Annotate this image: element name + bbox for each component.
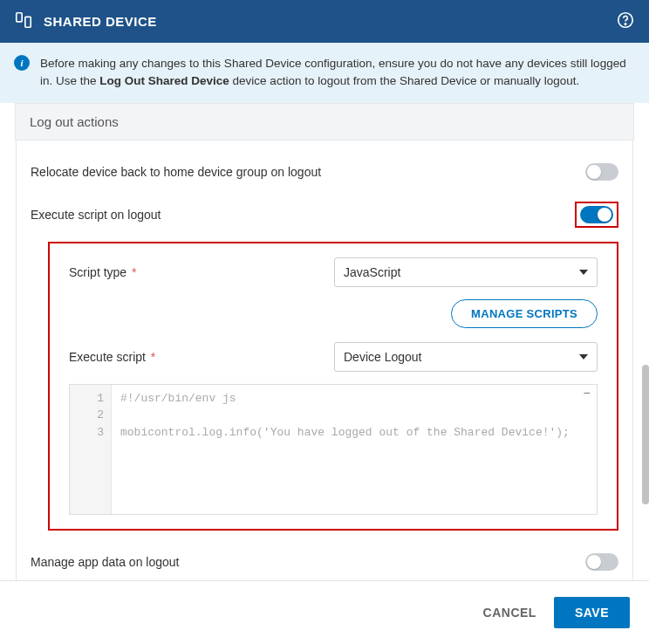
label-manage-app: Manage app data on logout: [31, 555, 179, 569]
script-panel: Script type * JavaScript MANAGE SCRIPTS …: [48, 242, 618, 531]
row-relocate: Relocate device back to home device grou…: [17, 153, 632, 191]
dialog-footer: CANCEL SAVE: [0, 580, 649, 644]
toggle-execute-script[interactable]: [580, 206, 613, 223]
svg-rect-1: [25, 17, 31, 27]
section-title: Log out actions: [15, 103, 634, 140]
code-editor[interactable]: 123 #!/usr/bin/env js mobicontrol.log.in…: [69, 384, 598, 515]
required-marker: *: [128, 265, 136, 279]
select-script-type[interactable]: JavaScript: [334, 257, 598, 287]
select-execute-script-value: Device Logout: [344, 350, 422, 364]
select-execute-script[interactable]: Device Logout: [334, 342, 598, 372]
required-marker: *: [147, 350, 155, 364]
label-execute: Execute script on logout: [31, 208, 161, 222]
help-icon[interactable]: [616, 10, 635, 32]
dialog-header: SHARED DEVICE: [0, 0, 649, 43]
row-manage-app-data: Manage app data on logout: [17, 543, 632, 581]
info-icon: i: [14, 55, 30, 71]
manage-scripts-button[interactable]: MANAGE SCRIPTS: [451, 299, 598, 328]
label-script-type: Script type *: [69, 265, 322, 279]
editor-caret-mark: ─: [584, 388, 590, 399]
code-gutter: 123: [70, 385, 112, 514]
code-line-3: mobicontrol.log.info('You have logged ou…: [120, 426, 570, 439]
shared-device-icon: [14, 10, 33, 32]
info-text: Before making any changes to this Shared…: [40, 55, 635, 91]
svg-rect-0: [17, 13, 22, 22]
chevron-down-icon: [579, 270, 588, 275]
label-execute-script: Execute script *: [69, 350, 322, 364]
dialog-title: SHARED DEVICE: [44, 14, 157, 29]
info-text-bold: Log Out Shared Device: [99, 74, 229, 87]
code-line-1: #!/usr/bin/env js: [120, 392, 236, 405]
label-relocate: Relocate device back to home device grou…: [31, 165, 321, 179]
highlight-box-toggle: [575, 202, 618, 228]
code-area[interactable]: #!/usr/bin/env js mobicontrol.log.info('…: [112, 385, 597, 514]
info-banner: i Before making any changes to this Shar…: [0, 43, 649, 103]
row-execute-script: Execute script on logout: [17, 191, 632, 238]
label-script-type-text: Script type: [69, 265, 126, 279]
chevron-down-icon: [579, 354, 588, 360]
toggle-relocate[interactable]: [585, 163, 618, 181]
toggle-manage-app-data[interactable]: [585, 553, 618, 571]
select-script-type-value: JavaScript: [344, 265, 400, 279]
cancel-button[interactable]: CANCEL: [483, 606, 536, 620]
content-area: Log out actions Relocate device back to …: [0, 103, 649, 581]
label-execute-script-text: Execute script: [69, 350, 146, 364]
info-text-suffix: device action to logout from the Shared …: [229, 74, 579, 87]
save-button[interactable]: SAVE: [554, 597, 630, 628]
svg-point-3: [625, 24, 625, 24]
scrollbar[interactable]: [642, 365, 649, 504]
